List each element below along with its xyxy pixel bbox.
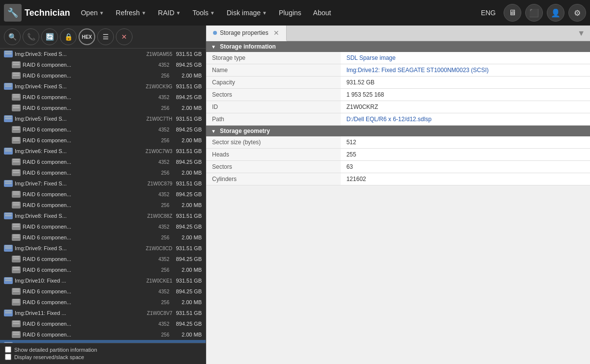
drive-serial: Z1W0CK9G [146, 84, 172, 89]
drive-child-5-1[interactable]: RAID 6 componen...2562.00 MB [0, 232, 206, 243]
reserved-slack-checkbox[interactable] [5, 354, 11, 360]
drive-item-2[interactable]: Img:Drive5: Fixed S...Z1W0C7TH931.51 GB [0, 113, 206, 124]
drive-item-0[interactable]: Img:Drive3: Fixed S...Z1W0AM55931.51 GB [0, 49, 206, 59]
child-count: 4352 [159, 224, 169, 230]
language-selector[interactable]: ENG [477, 7, 500, 19]
prop-key: Capacity [206, 77, 341, 89]
open-arrow-icon: ▼ [99, 10, 104, 16]
drive-child-7-0[interactable]: RAID 6 componen...4352894.25 GB [0, 286, 206, 297]
drive-item-5[interactable]: Img:Drive8: Fixed S...Z1W0C88Z931.51 GB [0, 210, 206, 221]
drive-item-3[interactable]: Img:Drive6: Fixed S...Z1W0C7W3931.51 GB [0, 146, 206, 156]
settings-icon-btn[interactable]: ⚙ [568, 4, 586, 22]
child-size: 894.25 GB [172, 62, 202, 68]
drive-child-0-0[interactable]: RAID 6 componen...4352894.25 GB [0, 59, 206, 70]
drive-child-2-0[interactable]: RAID 6 componen...4352894.25 GB [0, 124, 206, 135]
drive-child-3-0[interactable]: RAID 6 componen...4352894.25 GB [0, 156, 206, 167]
raid-icon [12, 299, 21, 306]
drive-size: 931.51 GB [172, 213, 202, 219]
drive-serial: Z1W0CKRZ [146, 343, 172, 343]
storage-geometry-title: Storage geometry [220, 128, 270, 134]
detailed-partition-checkbox-row[interactable]: Show detailed partition information [5, 346, 201, 353]
drive-child-6-0[interactable]: RAID 6 componen...4352894.25 GB [0, 254, 206, 264]
menu-plugins[interactable]: Plugins [274, 6, 306, 20]
child-name: RAID 6 componen... [23, 256, 159, 262]
tab-close-icon[interactable]: ✕ [273, 29, 279, 37]
reserved-slack-checkbox-row[interactable]: Display reserved/slack space [5, 354, 201, 360]
drive-child-4-1[interactable]: RAID 6 componen...2562.00 MB [0, 200, 206, 210]
child-count: 256 [161, 138, 169, 143]
list-icon-btn[interactable]: ☰ [97, 28, 114, 45]
prop-value[interactable]: SDL Sparse image [341, 52, 590, 64]
drive-item-8[interactable]: Img:Drive11: Fixed ...Z1W0C8V7931.51 GB [0, 308, 206, 318]
drive-child-1-0[interactable]: RAID 6 componen...4352894.25 GB [0, 92, 206, 103]
child-size: 2.00 MB [172, 299, 202, 305]
drive-size: 931.51 GB [172, 148, 202, 154]
raid-icon [12, 72, 21, 79]
child-count: 4352 [159, 321, 169, 327]
child-name: RAID 6 componen... [23, 299, 161, 305]
drive-name: Img:Drive3: Fixed S... [15, 51, 144, 57]
child-name: RAID 6 componen... [23, 321, 159, 327]
menu-refresh[interactable]: Refresh ▼ [111, 6, 151, 20]
search-icon-btn[interactable]: 🔍 [4, 28, 21, 45]
monitor-icon-btn[interactable]: 🖥 [504, 4, 521, 22]
child-size: 2.00 MB [172, 234, 202, 240]
drive-child-3-1[interactable]: RAID 6 componen...2562.00 MB [0, 167, 206, 178]
prop-value: 931.52 GB [341, 77, 590, 89]
prop-value[interactable]: D:/Dell EQL/R6 x 6-12/d12.sdlsp [341, 113, 590, 126]
storage-geometry-toggle[interactable]: ▼ [211, 129, 216, 134]
drive-child-7-1[interactable]: RAID 6 componen...2562.00 MB [0, 297, 206, 308]
raid-icon [12, 61, 21, 68]
child-name: RAID 6 componen... [23, 105, 161, 111]
storage-properties-tab[interactable]: Storage properties ✕ [206, 26, 287, 41]
storage-info-table: Storage typeSDL Sparse imageNameImg:Driv… [206, 52, 590, 126]
drive-icon [4, 115, 13, 122]
menu-tools[interactable]: Tools ▼ [188, 6, 220, 20]
drive-name: Img:Drive7: Fixed S... [15, 181, 145, 186]
child-size: 894.25 GB [172, 224, 202, 230]
raid-icon [12, 320, 21, 327]
child-count: 4352 [159, 289, 169, 294]
user-icon-btn[interactable]: 👤 [547, 4, 564, 22]
drive-item-6[interactable]: Img:Drive9: Fixed S...Z1W0C8CD931.51 GB [0, 243, 206, 254]
child-size: 894.25 GB [172, 256, 202, 262]
close-icon-btn[interactable]: ✕ [116, 28, 133, 45]
drive-child-5-0[interactable]: RAID 6 componen...4352894.25 GB [0, 221, 206, 232]
detailed-partition-checkbox[interactable] [5, 346, 11, 353]
geometry-row-2: Sectors63 [206, 161, 590, 173]
drive-child-8-1[interactable]: RAID 6 componen...2562.00 MB [0, 329, 206, 340]
drive-icon [4, 310, 13, 316]
drive-child-2-1[interactable]: RAID 6 componen...2562.00 MB [0, 135, 206, 146]
menu-raid[interactable]: RAID ▼ [153, 6, 186, 20]
drive-item-4[interactable]: Img:Drive7: Fixed S...Z1W0C879931.51 GB [0, 178, 206, 189]
drive-child-8-0[interactable]: RAID 6 componen...4352894.25 GB [0, 318, 206, 329]
raid-icon [12, 234, 21, 241]
menu-about[interactable]: About [308, 6, 336, 20]
drive-child-1-1[interactable]: RAID 6 componen...2562.00 MB [0, 103, 206, 113]
menu-open[interactable]: Open ▼ [76, 6, 109, 20]
filter-icon[interactable]: ▼ [572, 29, 590, 38]
drive-item-1[interactable]: Img:Drive4: Fixed S...Z1W0CK9G931.51 GB [0, 81, 206, 92]
tabs-bar: Storage properties ✕ ▼ [206, 26, 590, 41]
phone-icon-btn[interactable]: 📞 [23, 28, 39, 45]
drive-item-7[interactable]: Img:Drive10: Fixed ...Z1W0CKE1931.51 GB [0, 275, 206, 286]
child-size: 2.00 MB [172, 105, 202, 111]
storage-info-row-0: Storage typeSDL Sparse image [206, 52, 590, 64]
lock-icon-btn[interactable]: 🔒 [60, 28, 77, 45]
drive-child-4-0[interactable]: RAID 6 componen...4352894.25 GB [0, 189, 206, 200]
child-size: 2.00 MB [172, 267, 202, 273]
drive-serial: Z1W0AM55 [146, 52, 172, 57]
refresh-arrow-icon: ▼ [141, 10, 146, 16]
storage-icon-btn[interactable]: ⬛ [525, 4, 543, 22]
child-size: 2.00 MB [172, 73, 202, 78]
drive-item-9[interactable]: Img:Drive12: Fixed ...Z1W0CKRZ931.51 GB [0, 340, 206, 343]
hex-icon-btn[interactable]: HEX [79, 28, 95, 45]
child-size: 894.25 GB [172, 191, 202, 197]
storage-info-toggle[interactable]: ▼ [211, 44, 216, 50]
drive-child-0-1[interactable]: RAID 6 componen...2562.00 MB [0, 70, 206, 81]
prop-value[interactable]: Img:Drive12: Fixed SEAGATE ST1000NM0023 … [341, 64, 590, 77]
menu-diskimage[interactable]: Disk image ▼ [222, 6, 272, 20]
refresh-icon-btn[interactable]: 🔄 [41, 28, 58, 45]
drive-child-6-1[interactable]: RAID 6 componen...2562.00 MB [0, 264, 206, 275]
drive-name: Img:Drive8: Fixed S... [15, 213, 145, 219]
